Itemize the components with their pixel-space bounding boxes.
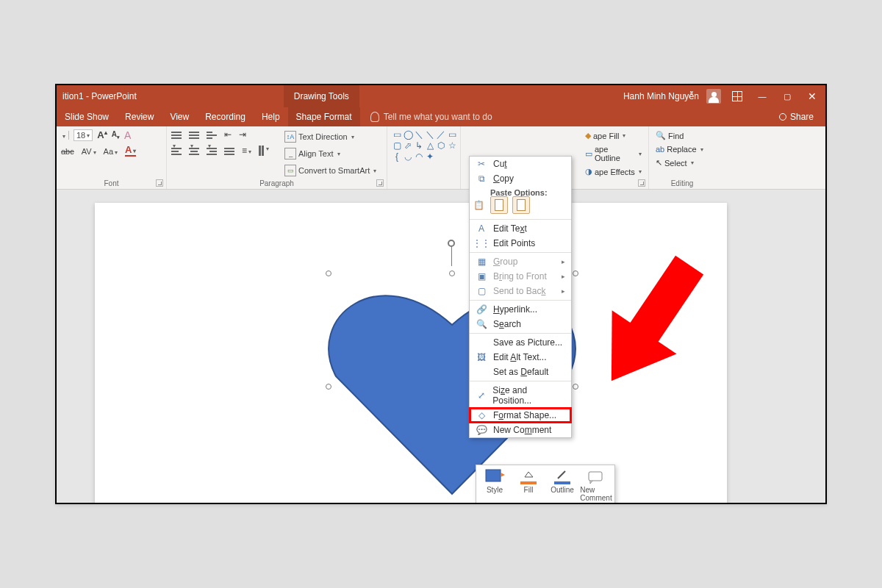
tab-shape-format[interactable]: Shape Format [288,107,360,126]
tell-me-search[interactable]: Tell me what you want to do [360,112,492,122]
increase-font-icon[interactable]: A▴ [97,129,107,140]
ctx-alt-text[interactable]: 🖼Edit Alt Text... [470,350,571,365]
tab-help[interactable]: Help [254,107,288,126]
close-button[interactable]: ✕ [803,89,821,104]
ctx-bring-front[interactable]: ▣Bring to Front▸ [470,269,571,284]
font-size-input[interactable]: 18 [74,129,93,141]
replace-button[interactable]: abReplace [653,143,711,155]
clipboard-icon: 📋 [473,200,484,210]
shape-plus-icon[interactable]: ✦ [425,151,435,162]
bullets-button[interactable] [171,130,182,139]
ribbon-tabs: Slide Show Review View Recording Help Sh… [57,107,825,126]
decrease-indent-icon[interactable]: ⇤ [224,129,232,140]
shape-line2-icon[interactable]: ＼ [425,129,435,140]
numbering-button[interactable] [189,130,199,139]
ctx-new-comment[interactable]: 💬New Comment [470,423,571,437]
ribbon-options-icon[interactable] [728,89,746,104]
handle-mr[interactable] [573,384,578,390]
tab-view[interactable]: View [162,107,197,126]
convert-smartart-button[interactable]: ▭Convert to SmartArt [282,163,379,178]
handle-tl[interactable] [326,270,331,276]
shape-hex-icon[interactable]: ⬡ [436,140,446,151]
ctx-save-picture[interactable]: Save as Picture... [470,335,571,350]
font-dialog-launcher[interactable] [156,179,163,187]
abc-strikethrough[interactable]: abc [61,147,74,156]
ctx-group: ▦Group▸ [470,254,571,269]
paste-option-2[interactable] [512,196,530,214]
mini-fill-button[interactable]: Fill [513,468,544,502]
shape-arc2-icon[interactable]: ◠ [414,151,424,162]
shape-line3-icon[interactable]: ／ [436,129,446,140]
ctx-cut[interactable]: ✂Cut [470,157,571,171]
paragraph-dialog-launcher[interactable] [376,179,384,187]
mini-new-comment-button[interactable]: New Comment [581,468,612,502]
tab-review[interactable]: Review [117,107,162,126]
bucket-icon: ◆ [585,131,591,140]
minimize-button[interactable]: — [753,89,771,104]
shape-roundrect-icon[interactable]: ▢ [392,140,402,151]
shapestyles-dialog-launcher[interactable] [638,179,645,187]
maximize-button[interactable]: ▢ [778,89,796,104]
user-avatar-icon[interactable] [706,89,721,104]
ctx-set-default[interactable]: Set as Default [470,365,571,379]
slide-canvas[interactable]: ✂Cut ⧉Copy Paste Options: 📋 AEdit Text ⋮… [57,190,825,503]
shape-effects-button[interactable]: ◑ape Effects [583,165,644,178]
handle-tm[interactable] [449,270,455,276]
share-button[interactable]: Share [779,112,825,122]
find-button[interactable]: 🔍Find [653,129,711,142]
font-color[interactable]: A [125,146,136,157]
line-spacing-icon[interactable]: ≡ [242,146,251,156]
paste-option-1[interactable] [490,196,508,214]
list-level-button[interactable] [207,130,217,139]
tab-slideshow[interactable]: Slide Show [57,107,117,126]
contextual-tools-label: Drawing Tools [284,85,359,107]
ctx-hyperlink[interactable]: 🔗Hyperlink... [470,302,571,317]
shape-fill-button[interactable]: ◆ape Fill [583,129,644,142]
mini-style-button[interactable]: Style [479,468,510,502]
shape-star-icon[interactable]: ☆ [447,140,457,151]
edit-text-icon: A [476,223,487,234]
columns-icon[interactable] [259,146,269,156]
shape-oval-icon[interactable]: ◯ [403,129,413,140]
align-text-button[interactable]: ⎯Align Text [282,146,379,161]
align-center-icon[interactable] [189,146,199,155]
select-button[interactable]: ↖Select [653,157,711,169]
align-right-icon[interactable] [207,146,217,155]
ctx-search[interactable]: 🔍Search [470,317,571,331]
character-spacing[interactable]: AV [82,147,96,156]
shapes-gallery[interactable]: ▭ ◯ ＼ ＼ ／ ▭ ▢ ⬀ ↳ △ ⬡ ☆ { ◡ ◠ ✦ [392,129,456,162]
ctx-edit-points[interactable]: ⋮⋮Edit Points [470,236,571,251]
increase-indent-icon[interactable]: ⇥ [239,129,246,140]
titlebar: ition1 - PowerPoint Drawing Tools Hanh M… [57,85,825,107]
shape-outline-button[interactable]: ▭ape Outline [583,143,644,164]
align-justify-icon[interactable] [224,146,234,155]
ctx-size-position[interactable]: ⤢Size and Position... [470,383,571,408]
change-case[interactable]: Aa [104,147,118,156]
shape-brace-icon[interactable]: { [392,151,402,162]
tab-recording[interactable]: Recording [197,107,254,126]
shape-rect2-icon[interactable]: ▭ [447,129,457,140]
shape-arc-icon[interactable]: ◡ [403,151,413,162]
ctx-send-back[interactable]: ▢Send to Back▸ [470,284,571,298]
document-title: ition1 - PowerPoint [61,91,137,101]
clear-formatting-icon[interactable]: A [124,129,131,141]
shape-rect-icon[interactable]: ▭ [392,129,402,140]
font-dropdown-edge[interactable] [61,131,69,140]
shape-line-icon[interactable]: ＼ [414,129,424,140]
ctx-format-shape[interactable]: ◇Format Shape... [470,408,571,423]
ctx-edit-text[interactable]: AEdit Text [470,221,571,236]
text-direction-button[interactable]: ↕AText Direction [282,129,379,144]
group-paragraph: ⇤ ⇥ ≡ ↕AText Direction ⎯Align Text [167,126,387,189]
handle-tr[interactable] [573,270,578,276]
decrease-font-icon[interactable]: A▾ [112,130,120,140]
mini-outline-button[interactable]: Outline [547,468,578,502]
shape-tri-icon[interactable]: △ [425,140,435,151]
align-left-icon[interactable] [171,146,182,155]
ctx-copy[interactable]: ⧉Copy [470,171,571,186]
shape-arrowL-icon[interactable]: ⬀ [403,140,413,151]
slide[interactable] [95,203,727,504]
handle-ml[interactable] [326,384,331,390]
rotation-handle[interactable] [448,240,455,247]
shape-arrowR-icon[interactable]: ↳ [414,140,424,151]
replace-icon: ab [656,145,664,154]
